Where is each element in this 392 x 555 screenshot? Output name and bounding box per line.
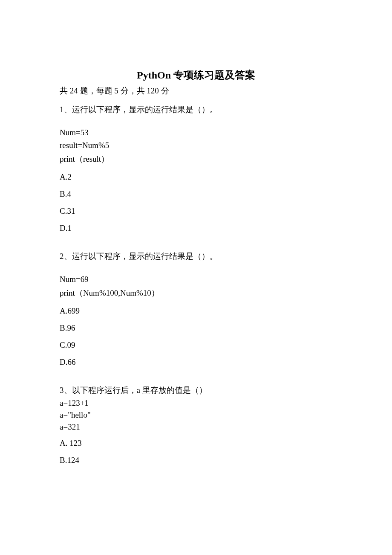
q3-option-a: A. 123 [60, 439, 332, 448]
document-page: PythOn 专项练习题及答案 共 24 题，每题 5 分，共 120 分 1、… [0, 0, 392, 555]
q3-code-line: a="hello" [60, 410, 332, 420]
spacer [60, 302, 332, 306]
q2-option-b: B.96 [60, 323, 332, 333]
q1-code-line: Num=53 [60, 128, 332, 137]
q3-option-b: B.124 [60, 456, 332, 465]
q2-option-a: A.699 [60, 306, 332, 316]
q3-stem: 3、以下程序运行后，a 里存放的值是（） [60, 385, 332, 396]
spacer [60, 434, 332, 439]
q1-option-a: A.2 [60, 172, 332, 182]
q2-option-d: D.66 [60, 357, 332, 367]
q2-stem: 2、运行以下程序，显示的运行结果是（）。 [60, 251, 332, 262]
q2-option-c: C.09 [60, 340, 332, 350]
spacer [60, 375, 332, 385]
q1-option-b: B.4 [60, 189, 332, 199]
spacer [60, 168, 332, 172]
q1-option-d: D.1 [60, 224, 332, 233]
q2-code-line: print（Num%100,Num%10） [60, 288, 332, 299]
q2-code-line: Num=69 [60, 275, 332, 284]
q1-code-line: print（result） [60, 154, 332, 165]
q3-code-line: a=123+1 [60, 398, 332, 408]
q1-option-c: C.31 [60, 206, 332, 216]
spacer [60, 241, 332, 251]
q3-code-line: a=321 [60, 422, 332, 432]
quiz-meta: 共 24 题，每题 5 分，共 120 分 [60, 85, 332, 96]
page-title: PythOn 专项练习题及答案 [60, 68, 332, 82]
q1-stem: 1、运行以下程序，显示的运行结果是（）。 [60, 104, 332, 115]
q1-code-line: result=Num%5 [60, 141, 332, 150]
